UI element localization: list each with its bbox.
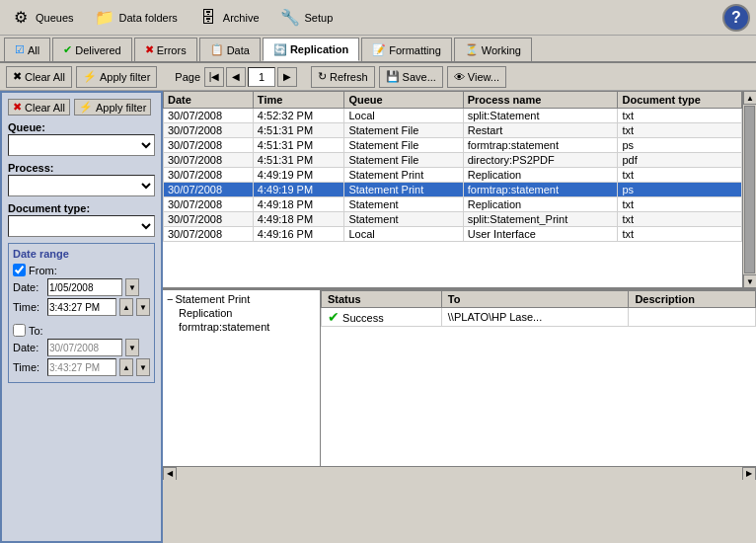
log-vscrollbar[interactable]: ▲ ▼ — [742, 91, 756, 288]
col-time: Time — [253, 92, 344, 109]
tab-data[interactable]: 📋 Data — [199, 38, 261, 61]
table-row[interactable]: 30/07/20084:49:19 PMStatement Printformt… — [164, 183, 742, 197]
table-row[interactable]: 30/07/20084:49:18 PMStatementReplication… — [164, 197, 742, 212]
from-date-spin[interactable]: ▼ — [125, 278, 139, 296]
from-checkbox[interactable] — [13, 264, 26, 276]
tree-item-formtrap[interactable]: formtrap:statement — [165, 320, 318, 334]
date-range-title: Date range — [13, 248, 150, 260]
col-queue: Queue — [344, 92, 463, 109]
view-icon: 👁 — [454, 71, 465, 83]
to-date-label: Date: — [13, 342, 44, 353]
cell-process: split:Statement_Print — [463, 212, 618, 227]
scroll-thumb[interactable] — [744, 106, 755, 273]
scroll-down-btn[interactable]: ▼ — [743, 274, 756, 288]
cell-time: 4:49:19 PM — [253, 183, 344, 197]
help-button[interactable]: ? — [722, 4, 750, 32]
from-date-input[interactable] — [47, 278, 122, 296]
from-time-row: Time: ▲ ▼ — [13, 298, 150, 316]
cell-queue: Statement Print — [344, 168, 463, 183]
doc-type-select[interactable] — [8, 215, 155, 237]
tree-item-statement-print[interactable]: − Statement Print — [165, 292, 318, 306]
save-button[interactable]: 💾 Save... — [379, 66, 443, 88]
to-time-input[interactable] — [47, 358, 116, 376]
queue-select[interactable] — [8, 134, 155, 156]
detail-table: Status To Description ✔ Success \\PLATO\… — [321, 290, 756, 327]
page-number-input[interactable] — [248, 67, 275, 87]
log-table-container[interactable]: Date Time Queue Process name Document ty… — [163, 91, 742, 288]
cell-date: 30/07/2008 — [164, 138, 254, 153]
page-prev-button[interactable]: ◀ — [226, 67, 246, 87]
table-row[interactable]: 30/07/20084:51:31 PMStatement Fileformtr… — [164, 138, 742, 153]
cell-process: formtrap:statement — [463, 183, 618, 197]
tab-all[interactable]: ☑ All — [4, 38, 50, 61]
to-date-row: Date: ▼ — [13, 339, 150, 356]
to-time-up[interactable]: ▲ — [119, 358, 133, 376]
cell-queue: Statement File — [344, 123, 463, 138]
tab-delivered[interactable]: ✔ Delivered — [52, 38, 131, 61]
tree-expand-icon: − — [167, 293, 173, 305]
tab-working[interactable]: ⏳ Working — [454, 38, 532, 61]
tab-formatting[interactable]: 📝 Formatting — [361, 38, 452, 61]
to-time-down[interactable]: ▼ — [136, 358, 150, 376]
table-row[interactable]: 30/07/20084:49:18 PMStatementsplit:State… — [164, 212, 742, 227]
apply-filter-button[interactable]: ⚡ Apply filter — [76, 66, 157, 88]
cell-date: 30/07/2008 — [164, 109, 254, 123]
table-row[interactable]: 30/07/20084:51:31 PMStatement FileRestar… — [164, 123, 742, 138]
toolbar-queues[interactable]: ⚙ Queues — [6, 5, 78, 31]
to-time-row: Time: ▲ ▼ — [13, 358, 150, 376]
table-row[interactable]: 30/07/20084:51:31 PMStatement Filedirect… — [164, 153, 742, 168]
panel-filter-icon: ⚡ — [79, 101, 93, 114]
cell-time: 4:51:31 PM — [253, 153, 344, 168]
from-time-down[interactable]: ▼ — [136, 298, 150, 316]
hscroll-left-btn[interactable]: ◀ — [163, 467, 177, 481]
page-first-button[interactable]: |◀ — [204, 67, 224, 87]
tab-replication[interactable]: 🔄 Replication — [263, 38, 359, 61]
tab-formatting-label: Formatting — [389, 44, 441, 56]
panel-apply-filter-button[interactable]: ⚡ Apply filter — [74, 99, 151, 116]
toolbar-data-folders[interactable]: 📁 Data folders — [90, 5, 182, 31]
cell-doc_type: txt — [618, 212, 742, 227]
refresh-button[interactable]: ↻ Refresh — [311, 66, 375, 88]
cell-time: 4:51:31 PM — [253, 138, 344, 153]
cell-doc_type: pdf — [618, 153, 742, 168]
to-date-spin[interactable]: ▼ — [125, 339, 139, 356]
detail-col-to: To — [441, 291, 629, 308]
from-time-input[interactable] — [47, 298, 116, 316]
table-row[interactable]: 30/07/20084:52:32 PMLocalsplit:Statement… — [164, 109, 742, 123]
table-row[interactable]: 30/07/20084:49:19 PMStatement PrintRepli… — [164, 168, 742, 183]
scroll-up-btn[interactable]: ▲ — [743, 91, 756, 105]
cell-doc_type: txt — [618, 168, 742, 183]
view-button[interactable]: 👁 View... — [447, 66, 506, 88]
process-select[interactable] — [8, 175, 155, 196]
h-scrollbar[interactable]: ◀ ▶ — [163, 466, 756, 480]
to-checkbox[interactable] — [13, 324, 26, 337]
tree-item-label: Statement Print — [175, 293, 250, 305]
process-field: Process: — [8, 162, 155, 196]
panel-clear-all-button[interactable]: ✖ Clear All — [8, 99, 70, 116]
detail-row[interactable]: ✔ Success \\PLATO\HP Lase... — [322, 308, 756, 327]
detail-col-desc: Description — [629, 291, 756, 308]
page-next-button[interactable]: ▶ — [277, 67, 297, 87]
from-time-up[interactable]: ▲ — [119, 298, 133, 316]
clear-all-button[interactable]: ✖ Clear All — [6, 66, 72, 88]
tab-working-label: Working — [482, 44, 521, 56]
col-date: Date — [164, 92, 254, 109]
toolbar-archive[interactable]: 🗄 Archive — [193, 5, 264, 31]
toolbar-setup[interactable]: 🔧 Setup — [275, 5, 338, 31]
tab-errors[interactable]: ✖ Errors — [134, 38, 197, 61]
detail-panel: Status To Description ✔ Success \\PLATO\… — [321, 290, 756, 466]
tree-item-replication[interactable]: Replication — [165, 306, 318, 320]
bottom-area: − Statement Print Replication formtrap:s… — [163, 288, 756, 466]
table-row[interactable]: 30/07/20084:49:16 PMLocalUser Interfacet… — [164, 227, 742, 242]
queue-field: Queue: — [8, 121, 155, 156]
tab-errors-icon: ✖ — [145, 43, 154, 56]
detail-to-cell: \\PLATO\HP Lase... — [441, 308, 629, 327]
cell-process: Replication — [463, 197, 618, 212]
from-checkbox-row: From: — [13, 264, 150, 276]
cell-queue: Local — [344, 227, 463, 242]
cell-doc_type: txt — [618, 123, 742, 138]
tab-errors-label: Errors — [157, 44, 187, 56]
date-label: Date: — [13, 281, 44, 293]
to-date-input[interactable] — [47, 339, 122, 356]
hscroll-right-btn[interactable]: ▶ — [742, 467, 756, 481]
